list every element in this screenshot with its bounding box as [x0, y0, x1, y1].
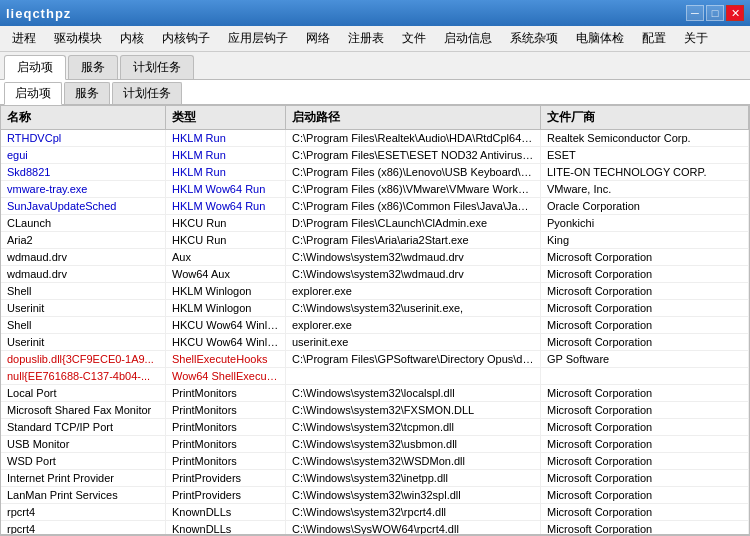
table-body[interactable]: RTHDVCplHKLM RunC:\Program Files\Realtek…: [1, 130, 749, 534]
menu-item-内核[interactable]: 内核: [112, 28, 152, 49]
table-cell: PrintMonitors: [166, 385, 286, 401]
table-row[interactable]: Skd8821HKLM RunC:\Program Files (x86)\Le…: [1, 164, 749, 181]
maximize-button[interactable]: □: [706, 5, 724, 21]
table-cell: Internet Print Provider: [1, 470, 166, 486]
table-row[interactable]: Internet Print ProviderPrintProvidersC:\…: [1, 470, 749, 487]
table-row[interactable]: null{EE761688-C137-4b04-...Wow64 ShellEx…: [1, 368, 749, 385]
table-cell: C:\Program Files\Realtek\Audio\HDA\RtdCp…: [286, 130, 541, 146]
table-row[interactable]: eguiHKLM RunC:\Program Files\ESET\ESET N…: [1, 147, 749, 164]
table-cell: C:\Windows\system32\wdmaud.drv: [286, 266, 541, 282]
menu-item-关于[interactable]: 关于: [676, 28, 716, 49]
table-cell: HKLM Winlogon: [166, 300, 286, 316]
table-cell: HKCU Wow64 Winlogon: [166, 317, 286, 333]
table-row[interactable]: WSD PortPrintMonitorsC:\Windows\system32…: [1, 453, 749, 470]
table-cell: PrintMonitors: [166, 436, 286, 452]
table-row[interactable]: wdmaud.drvWow64 AuxC:\Windows\system32\w…: [1, 266, 749, 283]
menu-item-配置[interactable]: 配置: [634, 28, 674, 49]
table-row[interactable]: CLaunchHKCU RunD:\Program Files\CLaunch\…: [1, 215, 749, 232]
table-row[interactable]: Aria2HKCU RunC:\Program Files\Aria\aria2…: [1, 232, 749, 249]
table-row[interactable]: vmware-tray.exeHKLM Wow64 RunC:\Program …: [1, 181, 749, 198]
table-cell: Microsoft Shared Fax Monitor: [1, 402, 166, 418]
table-row[interactable]: wdmaud.drvAuxC:\Windows\system32\wdmaud.…: [1, 249, 749, 266]
menu-item-文件[interactable]: 文件: [394, 28, 434, 49]
main-tab-0[interactable]: 启动项: [4, 55, 66, 80]
main-tab-2[interactable]: 计划任务: [120, 55, 194, 79]
table-cell: HKLM Run: [166, 164, 286, 180]
table-cell: King: [541, 232, 749, 248]
sub-tab-2[interactable]: 计划任务: [112, 82, 182, 104]
table-cell: Microsoft Corporation: [541, 402, 749, 418]
table-cell: [286, 368, 541, 384]
table-cell: LanMan Print Services: [1, 487, 166, 503]
table-cell: userinit.exe: [286, 334, 541, 350]
table-row[interactable]: ShellHKCU Wow64 Winlogonexplorer.exeMicr…: [1, 317, 749, 334]
table-row[interactable]: rpcrt4KnownDLLsC:\Windows\system32\rpcrt…: [1, 504, 749, 521]
table-cell: ESET: [541, 147, 749, 163]
table-row[interactable]: UserinitHKCU Wow64 Winlogonuserinit.exeM…: [1, 334, 749, 351]
table-cell: WSD Port: [1, 453, 166, 469]
table-cell: Microsoft Corporation: [541, 266, 749, 282]
table-cell: USB Monitor: [1, 436, 166, 452]
table-cell: Microsoft Corporation: [541, 436, 749, 452]
table-row[interactable]: USB MonitorPrintMonitorsC:\Windows\syste…: [1, 436, 749, 453]
table-row[interactable]: UserinitHKLM WinlogonC:\Windows\system32…: [1, 300, 749, 317]
table-row[interactable]: Standard TCP/IP PortPrintMonitorsC:\Wind…: [1, 419, 749, 436]
table-cell: C:\Program Files\GPSoftware\Directory Op…: [286, 351, 541, 367]
table-cell: rpcrt4: [1, 504, 166, 520]
table-row[interactable]: Microsoft Shared Fax MonitorPrintMonitor…: [1, 402, 749, 419]
col-vendor: 文件厂商: [541, 106, 749, 129]
table-row[interactable]: ShellHKLM Winlogonexplorer.exeMicrosoft …: [1, 283, 749, 300]
table-cell: Microsoft Corporation: [541, 334, 749, 350]
table-cell: Microsoft Corporation: [541, 521, 749, 534]
window-controls: ─ □ ✕: [686, 5, 744, 21]
main-tabs: 启动项服务计划任务: [0, 52, 750, 80]
table-row[interactable]: RTHDVCplHKLM RunC:\Program Files\Realtek…: [1, 130, 749, 147]
table-cell: HKLM Wow64 Run: [166, 181, 286, 197]
menu-item-驱动模块[interactable]: 驱动模块: [46, 28, 110, 49]
table-cell: explorer.exe: [286, 283, 541, 299]
table-cell: VMware, Inc.: [541, 181, 749, 197]
table-cell: Oracle Corporation: [541, 198, 749, 214]
menu-bar: 进程驱动模块内核内核钩子应用层钩子网络注册表文件启动信息系统杂项电脑体检配置关于: [0, 26, 750, 52]
table-cell: HKLM Winlogon: [166, 283, 286, 299]
table-cell: wdmaud.drv: [1, 249, 166, 265]
table-cell: C:\Program Files\ESET\ESET NOD32 Antivir…: [286, 147, 541, 163]
main-tab-1[interactable]: 服务: [68, 55, 118, 79]
menu-item-启动信息[interactable]: 启动信息: [436, 28, 500, 49]
table-cell: HKCU Run: [166, 215, 286, 231]
table-row[interactable]: SunJavaUpdateSchedHKLM Wow64 RunC:\Progr…: [1, 198, 749, 215]
table-cell: Microsoft Corporation: [541, 487, 749, 503]
table-cell: Wow64 Aux: [166, 266, 286, 282]
table-cell: C:\Program Files (x86)\Common Files\Java…: [286, 198, 541, 214]
sub-tab-0[interactable]: 启动项: [4, 82, 62, 105]
table-cell: Standard TCP/IP Port: [1, 419, 166, 435]
menu-item-进程[interactable]: 进程: [4, 28, 44, 49]
menu-item-内核钩子[interactable]: 内核钩子: [154, 28, 218, 49]
table-cell: GP Software: [541, 351, 749, 367]
menu-item-注册表[interactable]: 注册表: [340, 28, 392, 49]
close-button[interactable]: ✕: [726, 5, 744, 21]
table-row[interactable]: Local PortPrintMonitorsC:\Windows\system…: [1, 385, 749, 402]
table-cell: PrintMonitors: [166, 453, 286, 469]
window-title: lieqcthpz: [6, 6, 71, 21]
table-row[interactable]: dopuslib.dll{3CF9ECE0-1A9...ShellExecute…: [1, 351, 749, 368]
sub-tab-1[interactable]: 服务: [64, 82, 110, 104]
table-row[interactable]: LanMan Print ServicesPrintProvidersC:\Wi…: [1, 487, 749, 504]
table-cell: egui: [1, 147, 166, 163]
table-cell: SunJavaUpdateSched: [1, 198, 166, 214]
minimize-button[interactable]: ─: [686, 5, 704, 21]
sub-tabs: 启动项服务计划任务: [0, 80, 750, 105]
table-cell: C:\Windows\system32\localspl.dll: [286, 385, 541, 401]
table-cell: KnownDLLs: [166, 504, 286, 520]
table-row[interactable]: rpcrt4KnownDLLsC:\Windows\SysWOW64\rpcrt…: [1, 521, 749, 534]
table-cell: C:\Windows\system32\usbmon.dll: [286, 436, 541, 452]
table-cell: wdmaud.drv: [1, 266, 166, 282]
table-cell: C:\Windows\system32\win32spl.dll: [286, 487, 541, 503]
menu-item-系统杂项[interactable]: 系统杂项: [502, 28, 566, 49]
table-cell: D:\Program Files\CLaunch\ClAdmin.exe: [286, 215, 541, 231]
menu-item-电脑体检[interactable]: 电脑体检: [568, 28, 632, 49]
table-cell: [541, 368, 749, 384]
menu-item-网络[interactable]: 网络: [298, 28, 338, 49]
table-cell: Microsoft Corporation: [541, 283, 749, 299]
menu-item-应用层钩子[interactable]: 应用层钩子: [220, 28, 296, 49]
